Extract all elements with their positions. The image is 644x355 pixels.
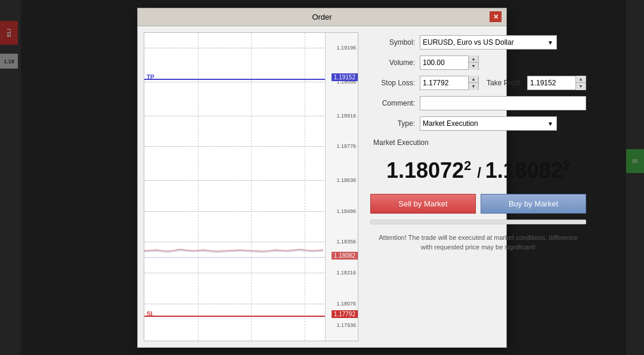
- current-badge: 1.18082: [332, 252, 358, 260]
- bid-superscript: 2: [464, 158, 471, 173]
- price-display: 1.180722 / 1.180822: [370, 153, 586, 188]
- symbol-select-wrapper: EURUSD, Euro vs US Dollar ▼: [420, 35, 557, 50]
- volume-input[interactable]: [420, 56, 468, 69]
- symbol-row: Symbol: EURUSD, Euro vs US Dollar ▼: [370, 35, 586, 50]
- price-label-4: 1.18776: [336, 143, 356, 149]
- dialog-title: Order: [154, 13, 490, 21]
- volume-up-button[interactable]: ▲: [469, 55, 478, 63]
- price-label-6: 1.18496: [336, 208, 356, 214]
- sl-line: [144, 316, 325, 317]
- action-buttons: Sell by Market Buy by Market: [370, 194, 586, 214]
- comment-row: Comment:: [370, 96, 586, 110]
- comment-label: Comment:: [370, 99, 415, 107]
- price-separator: /: [477, 165, 485, 181]
- take-profit-input[interactable]: [528, 76, 575, 89]
- price-label-9: 1.18076: [336, 301, 356, 307]
- price-label-3: 1.18916: [336, 113, 356, 119]
- close-button[interactable]: ✕: [490, 11, 501, 22]
- order-dialog: Order ✕ 1.19196 1.19056 1.18916 1.18776 …: [137, 8, 507, 348]
- price-label-1: 1.19196: [336, 45, 356, 51]
- stop-loss-down-button[interactable]: ▼: [469, 83, 478, 90]
- comment-input[interactable]: [420, 96, 586, 110]
- form-panel: Symbol: EURUSD, Euro vs US Dollar ▼ Volu…: [364, 32, 589, 341]
- volume-row: Volume: ▲ ▼: [370, 55, 586, 70]
- chart-panel: 1.19196 1.19056 1.18916 1.18776 1.18636 …: [144, 32, 358, 341]
- type-select[interactable]: Market Execution: [420, 116, 557, 131]
- sell-button[interactable]: Sell by Market: [370, 194, 476, 214]
- grid-line-4: [144, 146, 325, 147]
- type-row: Type: Market Execution ▼: [370, 116, 586, 131]
- take-profit-down-button[interactable]: ▼: [576, 83, 586, 90]
- dialog-body: 1.19196 1.19056 1.18916 1.18776 1.18636 …: [138, 26, 506, 347]
- grid-line-1: [144, 48, 325, 48]
- market-execution-label: Market Execution: [370, 137, 586, 147]
- take-profit-label: Take Profit:: [484, 79, 522, 87]
- buy-button[interactable]: Buy by Market: [481, 194, 586, 214]
- symbol-select[interactable]: EURUSD, Euro vs US Dollar: [420, 35, 557, 50]
- price-line-chart: [144, 233, 323, 268]
- volume-spinner: ▲ ▼: [420, 55, 479, 70]
- ask-superscript: 2: [563, 158, 570, 173]
- dialog-titlebar: Order ✕: [138, 8, 506, 26]
- sl-badge: 1.17792: [332, 310, 358, 318]
- volume-down-button[interactable]: ▼: [469, 63, 478, 70]
- stop-loss-input[interactable]: [420, 76, 468, 89]
- grid-line-2: [144, 82, 325, 82]
- attention-text: Attention! The trade will be executed at…: [370, 230, 586, 255]
- price-label-10: 1.17936: [336, 322, 356, 328]
- dialog-overlay: Order ✕ 1.19196 1.19056 1.18916 1.18776 …: [0, 0, 644, 355]
- stop-loss-label: Stop Loss:: [370, 79, 415, 87]
- take-profit-spinner: ▲ ▼: [527, 76, 586, 90]
- grid-line-5: [144, 180, 325, 181]
- grid-line-8: [144, 273, 325, 273]
- stop-loss-spinner-buttons: ▲ ▼: [468, 76, 478, 90]
- ask-price: 1.180822: [485, 158, 570, 183]
- volume-label: Volume:: [370, 58, 415, 67]
- tp-badge: 1.19152: [332, 73, 358, 81]
- price-label-8: 1.18216: [336, 270, 356, 276]
- stop-loss-spinner: ▲ ▼: [420, 76, 479, 90]
- symbol-label: Symbol:: [370, 38, 415, 47]
- take-profit-up-button[interactable]: ▲: [576, 76, 586, 83]
- sl-tp-row: Stop Loss: ▲ ▼ Take Profit: ▲ ▼: [370, 76, 586, 90]
- price-label-5: 1.18636: [336, 177, 356, 183]
- stop-loss-up-button[interactable]: ▲: [469, 76, 478, 83]
- grid-line-9: [144, 304, 325, 304]
- type-label: Type:: [370, 119, 415, 128]
- take-profit-spinner-buttons: ▲ ▼: [575, 76, 586, 90]
- grid-line-6: [144, 211, 325, 212]
- bid-price: 1.180722: [386, 158, 471, 183]
- price-label-7: 1.18356: [336, 239, 356, 245]
- sl-label: SL: [147, 311, 154, 317]
- grid-line-3: [144, 116, 325, 116]
- volume-spinner-buttons: ▲ ▼: [468, 55, 478, 70]
- tp-label: TP: [147, 74, 154, 81]
- tp-line: [144, 79, 325, 80]
- type-select-wrapper: Market Execution ▼: [420, 116, 557, 131]
- expiry-bar: [370, 220, 586, 224]
